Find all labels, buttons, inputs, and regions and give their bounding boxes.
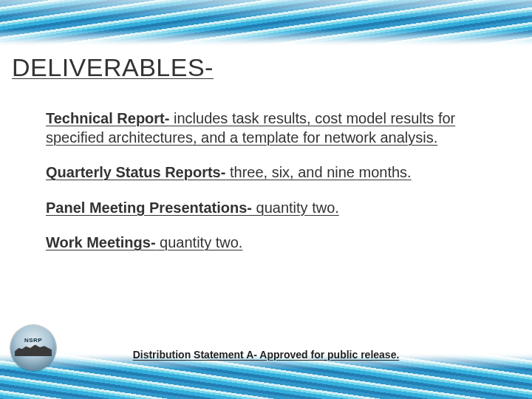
deliverable-item: Quarterly Status Reports- three, six, an… <box>46 163 488 183</box>
item-lead: Quarterly Status Reports- <box>46 164 225 180</box>
item-rest: quantity two. <box>156 234 243 250</box>
top-decorative-band <box>0 0 532 46</box>
slide: DELIVERABLES- Technical Report- includes… <box>0 0 532 399</box>
slide-body: Technical Report- includes task results,… <box>46 109 488 269</box>
item-rest: three, six, and nine months. <box>225 164 411 180</box>
item-lead: Technical Report- <box>46 110 169 126</box>
item-rest: quantity two. <box>252 200 339 216</box>
nsrp-logo: NSRP <box>10 325 56 371</box>
slide-title: DELIVERABLES- <box>12 53 214 82</box>
deliverable-item: Work Meetings- quantity two. <box>46 233 488 253</box>
item-lead: Work Meetings- <box>46 234 156 250</box>
distribution-statement: Distribution Statement A- Approved for p… <box>0 349 532 361</box>
deliverable-item: Technical Report- includes task results,… <box>46 109 488 147</box>
logo-label: NSRP <box>10 337 56 344</box>
deliverable-item: Panel Meeting Presentations- quantity tw… <box>46 199 488 218</box>
item-lead: Panel Meeting Presentations- <box>46 200 252 216</box>
